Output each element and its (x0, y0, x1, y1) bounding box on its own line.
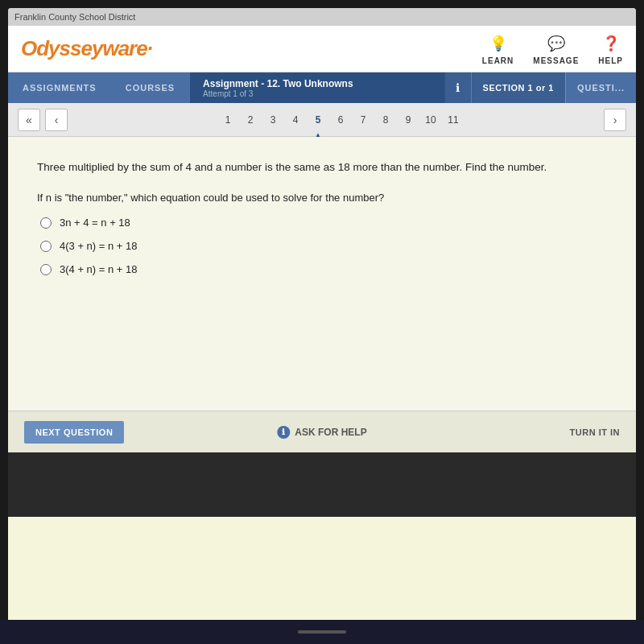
learn-icon: 💡 (487, 32, 510, 55)
question-bar: « ‹ 1 2 3 4 5 6 7 8 9 10 11 › (8, 103, 636, 137)
taskbar (0, 620, 644, 644)
option-2[interactable]: 4(3 + n) = n + 18 (40, 240, 607, 252)
option-3-label: 3(4 + n) = n + 18 (60, 263, 137, 275)
message-nav[interactable]: 💬 MESSAGE (533, 32, 579, 65)
question-4[interactable]: 4 (285, 109, 306, 130)
question-nav-label: QUESTI... (565, 72, 636, 103)
message-label: MESSAGE (533, 56, 579, 65)
message-icon: 💬 (545, 32, 568, 55)
info-button[interactable]: ℹ (445, 72, 471, 103)
browser-url: Franklin County School District (14, 12, 135, 22)
radio-2[interactable] (40, 241, 52, 252)
first-page-button[interactable]: « (18, 109, 40, 131)
question-main-text: Three multiplied by the sum of 4 and a n… (37, 159, 607, 175)
next-page-button[interactable]: › (604, 109, 626, 131)
answer-options: 3n + 4 = n + 18 4(3 + n) = n + 18 3(4 + … (40, 217, 607, 275)
question-9[interactable]: 9 (398, 109, 419, 130)
dark-bottom (8, 452, 636, 517)
help-label: HELP (598, 56, 623, 65)
question-11[interactable]: 11 (443, 109, 464, 130)
next-question-button[interactable]: NEXT QUESTION (24, 421, 124, 444)
option-2-label: 4(3 + n) = n + 18 (60, 240, 137, 252)
learn-nav[interactable]: 💡 LEARN (482, 32, 514, 65)
courses-tab[interactable]: COURSES (111, 72, 189, 103)
assignment-title: Assignment - 12. Two Unknowns (203, 78, 431, 89)
header-icons: 💡 LEARN 💬 MESSAGE ❓ HELP (482, 32, 623, 65)
radio-1[interactable] (40, 217, 52, 229)
logo: Odysseyware· (21, 36, 152, 61)
assignment-subtitle: Attempt 1 of 3 (203, 89, 431, 98)
bottom-bar: NEXT QUESTION ℹ ASK FOR HELP TURN IT IN (8, 411, 636, 452)
question-6[interactable]: 6 (330, 109, 351, 130)
option-3[interactable]: 3(4 + n) = n + 18 (40, 263, 607, 275)
radio-3[interactable] (40, 264, 52, 275)
main-content: Three multiplied by the sum of 4 and a n… (8, 137, 636, 411)
ask-for-help-button[interactable]: ℹ ASK FOR HELP (277, 426, 366, 439)
option-1[interactable]: 3n + 4 = n + 18 (40, 217, 607, 229)
learn-label: LEARN (482, 56, 514, 65)
nav-right: ℹ SECTION 1 or 1 QUESTI... (445, 72, 636, 103)
help-icon: ❓ (600, 32, 622, 55)
option-1-label: 3n + 4 = n + 18 (60, 217, 130, 229)
prev-page-button[interactable]: ‹ (45, 109, 68, 131)
section-label: SECTION 1 or 1 (471, 72, 565, 103)
question-3[interactable]: 3 (262, 109, 283, 130)
assignment-info: Assignment - 12. Two Unknowns Attempt 1 … (189, 72, 444, 103)
nav-bar: ASSIGNMENTS COURSES Assignment - 12. Two… (8, 72, 636, 103)
help-nav[interactable]: ❓ HELP (598, 32, 623, 65)
header: Odysseyware· 💡 LEARN 💬 MESSAGE ❓ HELP (8, 26, 636, 72)
turn-it-in-button[interactable]: TURN IT IN (570, 427, 620, 437)
question-1[interactable]: 1 (217, 109, 238, 130)
assignments-tab[interactable]: ASSIGNMENTS (8, 72, 111, 103)
question-numbers: 1 2 3 4 5 6 7 8 9 10 11 (77, 109, 604, 130)
question-8[interactable]: 8 (375, 109, 396, 130)
question-10[interactable]: 10 (420, 109, 441, 130)
question-7[interactable]: 7 (353, 109, 374, 130)
question-5[interactable]: 5 (308, 109, 328, 130)
browser-bar: Franklin County School District (8, 8, 636, 26)
question-sub-text: If n is "the number," which equation cou… (37, 192, 607, 204)
taskbar-handle (298, 630, 346, 634)
question-2[interactable]: 2 (240, 109, 261, 130)
ask-help-icon: ℹ (277, 426, 290, 439)
